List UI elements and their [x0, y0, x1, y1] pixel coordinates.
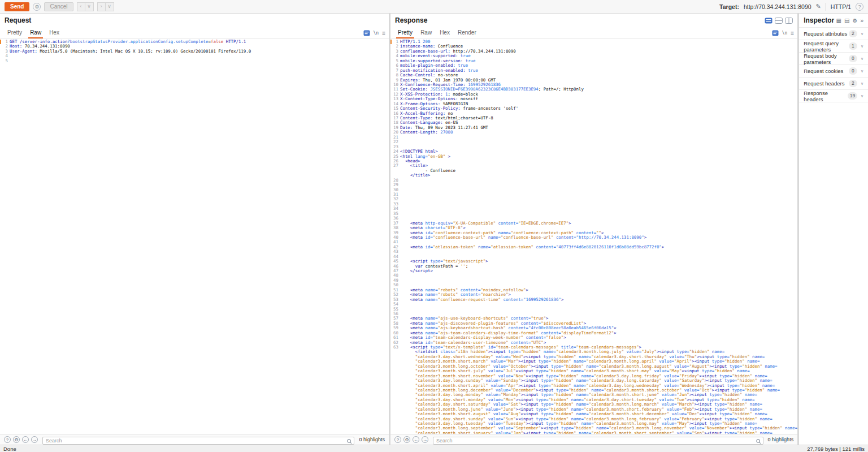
inspector-collapse-icon[interactable]: » [860, 18, 863, 24]
code-line: 32 [390, 197, 797, 201]
code-line: 17Content-Type: text/html;charset=UTF-8 [390, 116, 797, 120]
inspector-section-request-cookies[interactable]: Request cookies0∨ [799, 65, 868, 78]
response-panel: Response PrettyRawHexRender [390, 14, 797, 445]
code-line: 14X-Frame-Options: SAMEORIGIN [390, 102, 797, 106]
inspector-section-response-headers[interactable]: Response headers19∨ [799, 90, 868, 102]
inspector-settings-icon[interactable]: ⚙ [852, 18, 857, 24]
response-editor[interactable]: 1HTTP/1.1 2002instance-name: Confluence3… [390, 39, 797, 434]
inspector-section-label: Request attributes [804, 31, 847, 37]
gear-icon: ⚙ [405, 437, 409, 442]
code-line: 41 [390, 240, 797, 244]
search-help-icon[interactable]: ? [394, 436, 401, 443]
inspector-title: Inspector [804, 16, 834, 24]
code-line: 6mobile-plugin-enabled: true [390, 63, 797, 68]
code-line: 24<!DOCTYPE html> [390, 149, 797, 154]
code-line: "calendar3.day.short.monday" value="Mon"… [390, 398, 797, 402]
request-search-input[interactable] [42, 437, 354, 445]
code-line: 30 [390, 188, 797, 192]
tab-hex[interactable]: Hex [45, 27, 63, 38]
inspector-grid-icon[interactable]: ▦ [836, 18, 841, 24]
cancel-button[interactable]: Cancel [44, 2, 73, 11]
inspector-section-request-attributes[interactable]: Request attributes2∨ [799, 28, 868, 40]
editor-menu-icon[interactable]: ≡ [382, 30, 385, 36]
code-line: 45 <script type="text/javascript"> [390, 259, 797, 264]
layout-vertical-icon[interactable] [785, 18, 793, 24]
forward-history-dropdown[interactable]: ∨ [106, 2, 114, 11]
inspector-section-request-query-parameters[interactable]: Request query parameters1∨ [799, 40, 868, 53]
code-line: 29 [390, 183, 797, 187]
tab-pretty[interactable]: Pretty [394, 27, 416, 38]
layout-horizontal-icon[interactable] [775, 18, 783, 24]
search-icon [347, 436, 352, 446]
code-line: 34 [390, 206, 797, 211]
code-line: "calendar3.month.short.april" value="Apr… [390, 384, 797, 388]
send-settings-icon[interactable]: ⚙ [33, 3, 41, 11]
nonprintable-toggle-icon[interactable]: \n [782, 31, 788, 36]
code-line: 63 <script type="text/x-template" id="te… [390, 345, 797, 350]
search-prev-icon[interactable]: ← [22, 436, 29, 443]
back-button[interactable]: ‹ [77, 2, 85, 11]
nonprintable-toggle-icon[interactable]: \n [374, 31, 379, 36]
code-line: 21 [390, 135, 797, 140]
inspector-section-label: Response headers [804, 90, 848, 102]
wrap-toggle-icon[interactable] [363, 30, 370, 36]
search-settings-icon[interactable]: ⚙ [13, 436, 20, 443]
inspector-section-request-headers[interactable]: Request headers2∨ [799, 78, 868, 90]
code-line: 50 [390, 283, 797, 287]
line-number: 7 [390, 68, 400, 73]
http-version-toggle[interactable]: HTTP/1 [831, 3, 851, 10]
response-metrics: 27,769 bytes | 121 millis [807, 446, 865, 452]
chevron-down-icon: ∨ [861, 44, 863, 49]
code-line: 26 <head> [390, 159, 797, 163]
code-line: 8Cache-Control: no-store [390, 73, 797, 78]
gear-icon: ⚙ [852, 18, 857, 24]
code-line: 7push-notification-enabled: true [390, 68, 797, 73]
line-number [390, 398, 400, 402]
code-line: 3confluence-base-url: http://70.34.244.1… [390, 49, 797, 54]
request-tabbar: PrettyRawHex \n ≡ [0, 27, 389, 39]
code-line: 38 <meta charset="UTF-8"> [390, 226, 797, 230]
inspector-section-label: Request cookies [804, 68, 843, 74]
inspector-section-label: Request query parameters [804, 40, 849, 53]
code-line: <fieldset class="i18n hidden"><input typ… [390, 350, 797, 354]
tab-raw[interactable]: Raw [416, 27, 436, 38]
line-number [390, 431, 400, 434]
send-button[interactable]: Send [5, 2, 29, 11]
line-number: 63 [390, 345, 400, 350]
chevron-down-icon: ∨ [861, 57, 863, 61]
editor-menu-icon[interactable]: ≡ [791, 30, 794, 36]
code-line: "calendar3.month.short.january" value="J… [390, 431, 797, 434]
tab-pretty[interactable]: Pretty [3, 27, 26, 38]
edit-target-icon[interactable]: ✎ [816, 3, 821, 10]
target-label: Target: [719, 3, 739, 10]
code-line: 62 <meta id="team-calendars-user-timezon… [390, 341, 797, 345]
response-search-input[interactable] [433, 437, 763, 445]
search-settings-icon[interactable]: ⚙ [403, 436, 410, 443]
help-icon[interactable]: ? [856, 3, 863, 11]
code-line: 48 [390, 273, 797, 278]
forward-button[interactable]: › [97, 2, 106, 11]
line-number: 5 [390, 59, 400, 63]
inspector-section-request-body-parameters[interactable]: Request body parameters0∨ [799, 53, 868, 65]
search-help-icon[interactable]: ? [4, 436, 11, 443]
search-next-icon[interactable]: → [422, 436, 428, 443]
search-next-icon[interactable]: → [31, 436, 38, 443]
inspector-section-count: 2 [849, 30, 857, 37]
line-number: 27 [390, 163, 400, 168]
code-line: "calendar3.month.long.december" value="D… [390, 388, 797, 393]
inspector-section-label: Request headers [804, 80, 844, 87]
inspector-rows-icon[interactable]: ▤ [844, 18, 849, 24]
line-number: 2 [390, 44, 400, 49]
request-editor[interactable]: 1GET /server-info.action?bootstrapStatus… [0, 39, 389, 434]
back-history-dropdown[interactable]: ∨ [85, 2, 94, 11]
code-line: 18Content-Language: en-US [390, 120, 797, 125]
layout-single-icon[interactable] [765, 18, 772, 24]
line-number [390, 402, 400, 407]
gear-icon: ⚙ [14, 437, 18, 442]
tab-render[interactable]: Render [454, 27, 480, 38]
wrap-toggle-icon[interactable] [772, 30, 779, 36]
tab-raw[interactable]: Raw [26, 27, 45, 38]
search-prev-icon[interactable]: ← [413, 436, 419, 443]
tab-hex[interactable]: Hex [436, 27, 454, 38]
code-line: 13X-Content-Type-Options: nosniff [390, 97, 797, 101]
